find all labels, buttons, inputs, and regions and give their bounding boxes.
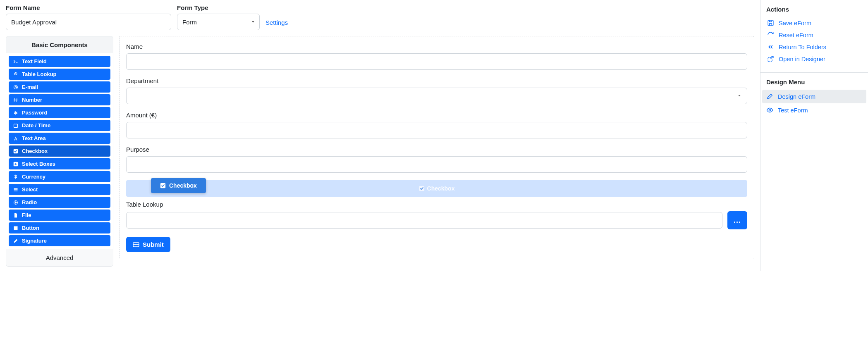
- svg-rect-16: [133, 244, 139, 245]
- action-open-in-designer[interactable]: Open in Designer: [766, 53, 862, 65]
- svg-rect-8: [14, 189, 18, 190]
- svg-rect-9: [14, 191, 18, 191]
- palette-item-signature[interactable]: Signature: [9, 235, 110, 246]
- field-purpose: Purpose: [126, 146, 747, 173]
- palette-item-label: E-mail: [22, 84, 38, 90]
- check-square-icon: [13, 149, 19, 154]
- form-type-label: Form Type: [177, 4, 260, 11]
- field-select-department[interactable]: [126, 88, 747, 104]
- calendar-icon: [13, 123, 19, 128]
- palette-item-button[interactable]: Button: [9, 222, 110, 233]
- palette-item-number[interactable]: Number: [9, 94, 110, 105]
- refresh-icon: [767, 31, 775, 38]
- palette-item-radio[interactable]: Radio: [9, 197, 110, 208]
- plus-square-icon: [13, 162, 19, 167]
- action-save-eform[interactable]: Save eForm: [766, 17, 862, 29]
- palette-item-password[interactable]: Password: [9, 107, 110, 118]
- palette-item-label: Checkbox: [22, 148, 48, 154]
- svg-point-1: [15, 73, 16, 74]
- palette-item-label: Currency: [22, 174, 45, 180]
- top-config-row: Form Name Form Type Form Settings: [6, 4, 754, 30]
- field-input-amount-[interactable]: [126, 122, 747, 138]
- square-icon: [13, 226, 19, 231]
- svg-point-11: [15, 202, 17, 203]
- list-icon: [13, 187, 19, 192]
- palette-item-select[interactable]: Select: [9, 184, 110, 195]
- form-canvas[interactable]: NameDepartmentAmount (€)Purpose Checkbox…: [119, 36, 754, 259]
- design-menu-title: Design Menu: [766, 79, 862, 86]
- action-label: Save eForm: [779, 20, 811, 26]
- field-name: Name: [126, 43, 747, 70]
- card-icon: [133, 241, 139, 248]
- design-menu-design-eform[interactable]: Design eForm: [762, 90, 866, 103]
- palette-header-basic[interactable]: Basic Components: [6, 36, 113, 53]
- field-label-table-lookup: Table Lookup: [126, 201, 747, 208]
- field-label: Name: [126, 43, 747, 50]
- palette-item-label: Select Boxes: [22, 161, 55, 167]
- chevrons-left-icon: [767, 43, 775, 50]
- svg-point-19: [769, 109, 770, 111]
- palette-item-e-mail[interactable]: E-mail: [9, 81, 110, 93]
- hash-icon: [13, 98, 19, 102]
- form-name-input[interactable]: [6, 14, 171, 30]
- pen-icon: [13, 238, 19, 243]
- action-label: Return To Folders: [779, 44, 826, 50]
- field-table-lookup: Table Lookup ...: [126, 201, 747, 229]
- field-department: Department: [126, 77, 747, 104]
- action-return-to-folders[interactable]: Return To Folders: [766, 41, 862, 53]
- table-lookup-button[interactable]: ...: [727, 211, 747, 229]
- form-type-select[interactable]: Form: [177, 14, 260, 30]
- drag-chip-checkbox[interactable]: Checkbox: [151, 178, 206, 193]
- palette-header-advanced[interactable]: Advanced: [6, 249, 113, 266]
- palette-item-label: Table Lookup: [22, 71, 57, 77]
- svg-rect-17: [768, 20, 773, 26]
- field-label: Amount (€): [126, 112, 747, 119]
- drop-ghost-label: Checkbox: [419, 185, 455, 192]
- field-amount-: Amount (€): [126, 112, 747, 138]
- actions-title: Actions: [766, 6, 862, 13]
- palette-item-text-area[interactable]: Text Area: [9, 133, 110, 144]
- components-palette: Basic Components Text FieldTable LookupE…: [6, 36, 113, 267]
- palette-item-label: Number: [22, 97, 42, 103]
- table-lookup-input[interactable]: [126, 212, 722, 229]
- dollar-icon: [13, 174, 19, 179]
- palette-item-select-boxes[interactable]: Select Boxes: [9, 158, 110, 169]
- design-menu-test-eform[interactable]: Test eForm: [762, 103, 866, 117]
- palette-item-label: File: [22, 212, 31, 218]
- palette-item-label: Text Area: [22, 135, 46, 141]
- pin-icon: [13, 72, 19, 77]
- palette-item-label: Password: [22, 110, 47, 116]
- terminal-icon: [13, 59, 19, 64]
- design-menu-label: Design eForm: [778, 93, 815, 100]
- drop-target-bar[interactable]: Checkbox Checkbox: [126, 180, 747, 197]
- eye-icon: [766, 107, 774, 114]
- palette-item-file[interactable]: File: [9, 210, 110, 221]
- field-input-name[interactable]: [126, 53, 747, 70]
- file-icon: [13, 213, 19, 218]
- svg-rect-4: [14, 124, 18, 127]
- field-label: Purpose: [126, 146, 747, 153]
- palette-item-text-field[interactable]: Text Field: [9, 56, 110, 67]
- palette-item-label: Date / Time: [22, 122, 50, 129]
- action-reset-eform[interactable]: Reset eForm: [766, 29, 862, 41]
- svg-point-2: [14, 85, 18, 89]
- palette-item-label: Select: [22, 186, 38, 193]
- settings-link[interactable]: Settings: [265, 19, 288, 26]
- save-icon: [767, 19, 775, 26]
- palette-item-date-time[interactable]: Date / Time: [9, 120, 110, 131]
- form-name-label: Form Name: [6, 4, 171, 11]
- palette-item-currency[interactable]: Currency: [9, 171, 110, 182]
- svg-rect-7: [14, 188, 18, 189]
- at-icon: [13, 85, 19, 90]
- font-icon: [13, 136, 19, 141]
- asterisk-icon: [13, 110, 19, 115]
- dot-circle-icon: [13, 200, 19, 205]
- palette-item-label: Text Field: [22, 58, 47, 64]
- svg-rect-12: [14, 226, 18, 230]
- submit-button[interactable]: Submit: [126, 237, 170, 252]
- palette-item-checkbox[interactable]: Checkbox: [9, 145, 110, 157]
- action-label: Open in Designer: [779, 56, 825, 62]
- palette-item-table-lookup[interactable]: Table Lookup: [9, 69, 110, 80]
- action-label: Reset eForm: [779, 32, 813, 38]
- field-input-purpose[interactable]: [126, 156, 747, 173]
